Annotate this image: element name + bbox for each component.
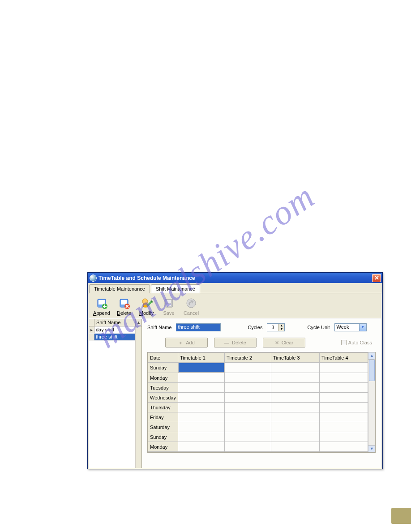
shift-name-input[interactable]: three shift xyxy=(176,323,221,331)
tab-shift-maintenance[interactable]: Shift Maintenance xyxy=(151,284,200,293)
grid-cell[interactable] xyxy=(320,383,368,393)
grid-cell[interactable] xyxy=(224,432,271,442)
delete-toolbar-button[interactable]: Delete xyxy=(114,296,134,316)
scroll-down-icon[interactable]: ▼ xyxy=(368,445,375,452)
grid-cell[interactable] xyxy=(224,403,271,412)
row-marker-icon xyxy=(89,334,94,340)
cycles-stepper[interactable]: 3 ▲▼ xyxy=(267,323,285,331)
modify-button[interactable]: Modify xyxy=(137,296,156,316)
scroll-thumb[interactable] xyxy=(369,360,375,381)
svg-rect-9 xyxy=(167,300,171,303)
grid-cell[interactable] xyxy=(178,422,224,432)
grid-cell[interactable] xyxy=(320,412,368,422)
app-window: TimeTable and Schedule Maintenance ✕ Tim… xyxy=(87,272,383,469)
schedule-grid-wrap: Date Timetable 1 Timetable 2 TimeTable 3… xyxy=(147,352,376,453)
table-row[interactable]: Friday xyxy=(148,412,368,422)
append-icon xyxy=(92,296,111,310)
table-row[interactable]: Sunday xyxy=(148,363,368,373)
schedule-grid[interactable]: Date Timetable 1 Timetable 2 TimeTable 3… xyxy=(148,352,368,452)
delete-button: — Delete xyxy=(214,338,257,348)
grid-cell[interactable] xyxy=(320,432,368,442)
grid-cell[interactable] xyxy=(271,422,320,432)
app-icon xyxy=(90,275,97,282)
table-row[interactable]: Wednesday xyxy=(148,393,368,403)
grid-cell[interactable] xyxy=(320,363,368,373)
clear-button: ✕ Clear xyxy=(263,338,305,348)
scroll-up-icon[interactable]: ▲ xyxy=(368,352,375,360)
tab-label: Timetable Maintenance xyxy=(94,286,145,292)
row-label: Thursday xyxy=(148,403,178,412)
grid-cell[interactable] xyxy=(224,422,271,432)
grid-cell[interactable] xyxy=(271,442,320,452)
col-date[interactable]: Date xyxy=(148,353,178,363)
grid-cell[interactable] xyxy=(224,412,271,422)
grid-cell[interactable] xyxy=(178,363,224,373)
grid-cell[interactable] xyxy=(271,412,320,422)
table-row[interactable]: Sunday xyxy=(148,432,368,442)
table-row[interactable]: Thursday xyxy=(148,403,368,412)
auto-class-label: Auto Class xyxy=(348,340,372,345)
table-row[interactable]: Tuesday xyxy=(148,383,368,393)
table-row[interactable]: Monday xyxy=(148,442,368,452)
grid-cell[interactable] xyxy=(178,373,224,383)
cancel-button: Cancel xyxy=(181,296,201,316)
col-timetable-3[interactable]: TimeTable 3 xyxy=(271,353,320,363)
grid-cell[interactable] xyxy=(320,393,368,403)
row-label: Monday xyxy=(148,373,178,383)
shift-list-header: Shift Name ▲ xyxy=(89,319,141,326)
grid-cell[interactable] xyxy=(271,403,320,412)
grid-cell[interactable] xyxy=(320,373,368,383)
main-panel: Shift Name three shift Cycles 3 ▲▼ Cycle… xyxy=(142,319,381,468)
col-timetable-2[interactable]: Timetable 2 xyxy=(224,353,271,363)
scroll-up-icon[interactable]: ▲ xyxy=(135,319,141,326)
grid-cell[interactable] xyxy=(320,442,368,452)
col-timetable-4[interactable]: TimeTable 4 xyxy=(320,353,368,363)
cycle-unit-select[interactable]: Week ▾ xyxy=(334,323,367,331)
clear-label: Clear xyxy=(282,340,293,345)
plus-icon: ＋ xyxy=(178,339,183,346)
grid-cell[interactable] xyxy=(224,393,271,403)
scroll-track[interactable] xyxy=(368,360,375,445)
grid-cell[interactable] xyxy=(178,432,224,442)
grid-cell[interactable] xyxy=(178,383,224,393)
grid-cell[interactable] xyxy=(178,393,224,403)
grid-cell[interactable] xyxy=(224,442,271,452)
col-timetable-1[interactable]: Timetable 1 xyxy=(178,353,224,363)
tabstrip: Timetable Maintenance Shift Maintenance xyxy=(88,283,382,293)
row-label: Tuesday xyxy=(148,383,178,393)
grid-cell[interactable] xyxy=(271,432,320,442)
grid-cell[interactable] xyxy=(271,363,320,373)
tab-label: Shift Maintenance xyxy=(156,286,195,292)
row-label: Sunday xyxy=(148,432,178,442)
grid-cell[interactable] xyxy=(178,412,224,422)
grid-cell[interactable] xyxy=(271,383,320,393)
close-button[interactable]: ✕ xyxy=(372,274,381,282)
table-row[interactable]: Monday xyxy=(148,373,368,383)
stepper-arrows-icon[interactable]: ▲▼ xyxy=(278,324,284,331)
tab-timetable-maintenance[interactable]: Timetable Maintenance xyxy=(89,284,150,293)
sidebar-scrollbar[interactable] xyxy=(135,326,141,468)
list-item[interactable]: ▸ day shift xyxy=(89,326,141,334)
row-label: Monday xyxy=(148,442,178,452)
grid-cell[interactable] xyxy=(320,422,368,432)
add-button: ＋ Add xyxy=(165,338,208,348)
grid-cell[interactable] xyxy=(271,393,320,403)
grid-header-row: Date Timetable 1 Timetable 2 TimeTable 3… xyxy=(148,353,368,363)
grid-cell[interactable] xyxy=(178,403,224,412)
window-title: TimeTable and Schedule Maintenance xyxy=(98,275,372,281)
grid-cell[interactable] xyxy=(320,403,368,412)
grid-cell[interactable] xyxy=(224,363,271,373)
shift-name-column-header[interactable]: Shift Name xyxy=(94,319,135,326)
save-button: Save xyxy=(159,296,179,316)
table-row[interactable]: Saturday xyxy=(148,422,368,432)
grid-cell[interactable] xyxy=(271,373,320,383)
grid-scrollbar[interactable]: ▲ ▼ xyxy=(368,352,375,452)
auto-class-checkbox: Auto Class xyxy=(341,340,372,345)
grid-cell[interactable] xyxy=(178,442,224,452)
row-marker-icon: ▸ xyxy=(89,326,94,333)
delete-icon xyxy=(114,296,134,310)
append-button[interactable]: Append xyxy=(92,296,111,316)
grid-cell[interactable] xyxy=(224,383,271,393)
list-item[interactable]: three shift xyxy=(89,334,141,341)
grid-cell[interactable] xyxy=(224,373,271,383)
